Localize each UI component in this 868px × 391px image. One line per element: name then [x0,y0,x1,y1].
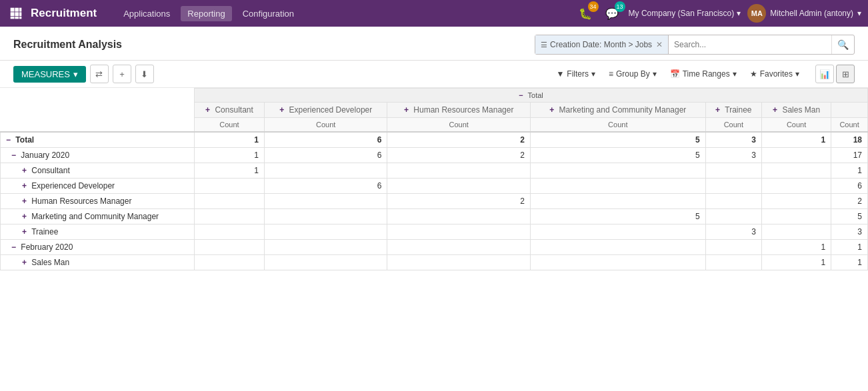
toolbar-left: MEASURES ▾ ⇄ + ⬇ [13,65,154,83]
pivot-wrapper: − Total + Consultant + Experienced Devel… [0,88,868,284]
company-chevron-icon: ▾ [737,9,741,18]
search-tag-close[interactable]: ✕ [656,40,663,49]
total-salesman-val: 1 [762,132,831,148]
svg-rect-8 [19,17,21,19]
jan-expdev-val: 6 [264,148,387,163]
total-row-label[interactable]: − Total [1,132,195,148]
feb2020-collapse-btn[interactable]: − [11,242,16,252]
jan-trainee-label[interactable]: + Trainee [1,224,195,240]
favorites-button[interactable]: ★ Favorites ▾ [746,67,803,81]
measures-button[interactable]: MEASURES ▾ [13,66,86,83]
jan-trainee-row: + Trainee 3 3 [1,224,868,240]
jan-consultant-label[interactable]: + Consultant [1,163,195,179]
star-icon: ★ [750,69,757,79]
count-label-consultant: Count [195,118,265,133]
col-header-consultant[interactable]: + Consultant [195,103,265,118]
page-title: Recruitment Analysis [13,39,122,51]
total-marketing-val: 5 [530,132,705,148]
jan-expdev-label[interactable]: + Experienced Developer [1,179,195,194]
jan-salesman-val [762,148,831,163]
count-label-trainee: Count [705,118,761,133]
measures-label: MEASURES [21,69,70,79]
col-header-total [831,103,868,118]
jan-marketing-row: + Marketing and Community Manager 5 5 [1,209,868,224]
total-collapse-btn[interactable]: − [519,91,523,99]
chart-view-btn[interactable]: 📊 [815,65,834,83]
pivot-view-btn[interactable]: ⊞ [836,65,855,83]
search-submit-icon[interactable]: 🔍 [831,35,854,54]
timeranges-label: Time Ranges [683,69,730,79]
svg-rect-0 [11,8,15,12]
measures-chevron-icon: ▾ [73,69,78,79]
jan-marketing-label[interactable]: + Marketing and Community Manager [1,209,195,224]
feb-salesman-label[interactable]: + Sales Man [1,255,195,270]
message-badge: 13 [615,1,625,12]
download-icon-btn[interactable]: ⬇ [135,65,154,83]
filters-button[interactable]: ▼ Filters ▾ [552,67,599,81]
timeranges-button[interactable]: 📅 Time Ranges ▾ [666,67,741,81]
count-label-total: Count [831,118,868,133]
svg-rect-3 [11,12,15,16]
svg-rect-7 [15,17,19,19]
total-trainee-val: 3 [705,132,761,148]
nav-reporting[interactable]: Reporting [181,6,231,21]
col-header-salesman[interactable]: + Sales Man [762,103,831,118]
list-icon: ☰ [541,41,547,49]
user-menu[interactable]: MA Mitchell Admin (antony) ▾ [747,4,861,23]
svg-rect-6 [11,17,15,19]
total-row-collapse-btn[interactable]: − [6,135,11,145]
col-header-hr-manager[interactable]: + Human Resources Manager [387,103,531,118]
col-header-marketing[interactable]: + Marketing and Community Manager [530,103,705,118]
jan2020-row: − January 2020 1 6 2 5 3 17 [1,148,868,163]
adjust-icon-btn[interactable]: ⇄ [90,65,109,83]
pivot-table: − Total + Consultant + Experienced Devel… [0,88,868,270]
jan2020-collapse-btn[interactable]: − [11,151,16,160]
svg-rect-2 [19,8,21,12]
jan-hr-row: + Human Resources Manager 2 2 [1,194,868,209]
jan-hr-val: 2 [387,148,531,163]
user-avatar: MA [747,4,766,23]
count-header-row: Count Count Count Count Count Count Coun… [1,118,868,133]
add-icon-btn[interactable]: + [113,65,131,83]
total-column-header: − Total [195,89,868,103]
grid-menu-icon[interactable] [7,4,25,23]
topnav: Recruitment Applications Reporting Confi… [0,0,868,27]
filters-label: Filters [567,69,589,79]
col-headers-row: + Consultant + Experienced Developer + H… [1,103,868,118]
jan-hr-label[interactable]: + Human Resources Manager [1,194,195,209]
feb2020-label[interactable]: − February 2020 [1,240,195,255]
jan2020-label[interactable]: − January 2020 [1,148,195,163]
page-content: Recruitment Analysis ☰ Creation Date: Mo… [0,27,868,391]
user-name: Mitchell Admin (antony) [770,9,853,18]
jan-total-val: 17 [831,148,868,163]
toolbar-right: ▼ Filters ▾ ≡ Group By ▾ 📅 Time Ranges ▾… [552,65,855,83]
filters-chevron-icon: ▾ [591,69,595,79]
svg-rect-1 [15,8,19,12]
search-input[interactable] [669,40,831,49]
search-tag: ☰ Creation Date: Month > Jobs ✕ [535,35,669,54]
svg-rect-5 [19,12,21,16]
company-selector[interactable]: My Company (San Francisco) ▾ [629,9,741,18]
search-tag-label: Creation Date: Month > Jobs [550,40,652,49]
timeranges-chevron-icon: ▾ [733,69,737,79]
search-bar: ☰ Creation Date: Month > Jobs ✕ 🔍 [535,35,855,55]
count-label-marketing: Count [530,118,705,133]
message-icon-btn[interactable]: 💬 13 [602,3,622,23]
col-header-exp-dev[interactable]: + Experienced Developer [264,103,387,118]
svg-rect-4 [15,12,19,16]
total-expdev-val: 6 [264,132,387,148]
total-consultant-val: 1 [195,132,265,148]
groupby-chevron-icon: ▾ [653,69,657,79]
calendar-icon: 📅 [670,69,680,79]
toolbar: MEASURES ▾ ⇄ + ⬇ ▼ Filters ▾ ≡ Group By … [0,61,868,88]
user-chevron-icon: ▾ [857,9,861,18]
nav-applications[interactable]: Applications [117,6,177,21]
count-label-salesman: Count [762,118,831,133]
col-header-trainee[interactable]: + Trainee [705,103,761,118]
total-label: Total [528,91,543,99]
total-header-row: − Total [1,89,868,103]
bug-icon-btn[interactable]: 🐛 34 [575,3,595,23]
nav-configuration[interactable]: Configuration [236,6,301,21]
filter-icon: ▼ [556,69,564,79]
groupby-button[interactable]: ≡ Group By ▾ [605,67,661,81]
